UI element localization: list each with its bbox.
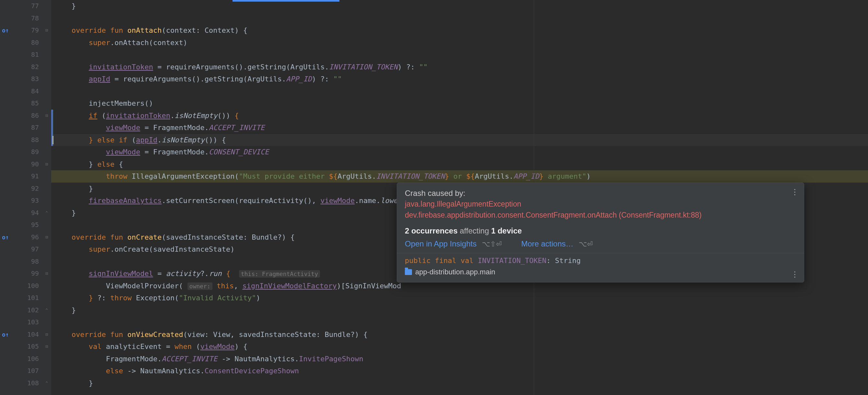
override-gutter-icon[interactable]: o↑: [2, 27, 9, 34]
line-number[interactable]: 83: [12, 73, 39, 85]
code-line[interactable]: [51, 49, 868, 61]
override-gutter-icon[interactable]: o↑: [2, 234, 9, 241]
open-app-insights-link[interactable]: Open in App Insights: [405, 239, 476, 248]
crash-stats: 2 occurrences affecting 1 device: [405, 226, 796, 235]
fold-toggle-icon[interactable]: ⊟: [45, 271, 48, 276]
code-line[interactable]: injectMembers(): [51, 97, 868, 110]
line-number[interactable]: 97: [12, 243, 39, 256]
code-line[interactable]: invitationToken = requireArguments().get…: [51, 61, 868, 73]
fold-toggle-icon[interactable]: ⊟: [45, 162, 48, 167]
code-line[interactable]: if (invitationToken.isNotEmpty()) {: [51, 110, 868, 122]
fold-toggle-icon[interactable]: ⊟: [45, 344, 48, 349]
line-number[interactable]: 87: [12, 122, 39, 134]
line-number[interactable]: 93: [12, 195, 39, 207]
fold-toggle-icon[interactable]: ⊟: [45, 113, 48, 118]
fold-gutter[interactable]: ⊟⊟⊟⌃⊟⊟⌃⊟⊟⌃: [45, 0, 51, 395]
line-number[interactable]: 108: [12, 377, 39, 390]
shortcut-hint: ⌥⏎: [579, 240, 593, 248]
line-number[interactable]: 77: [12, 0, 39, 12]
line-number[interactable]: 78: [12, 12, 39, 25]
module-location[interactable]: app-distribution.app.main: [405, 268, 796, 276]
line-number[interactable]: 90: [12, 158, 39, 171]
line-number[interactable]: 104: [12, 329, 39, 341]
code-editor[interactable]: o↑o↑o↑ 777879808182838485868788899091929…: [0, 0, 868, 395]
line-number[interactable]: 98: [12, 256, 39, 268]
line-number[interactable]: 92: [12, 182, 39, 195]
fold-toggle-icon[interactable]: ⌃: [45, 380, 48, 386]
fold-toggle-icon[interactable]: ⌃: [45, 307, 48, 313]
fold-toggle-icon[interactable]: ⊟: [45, 234, 48, 239]
line-number[interactable]: 106: [12, 353, 39, 365]
device-count: 1: [491, 226, 495, 235]
line-number[interactable]: 81: [12, 49, 39, 61]
code-line[interactable]: } else {: [51, 158, 868, 171]
line-number[interactable]: 96: [12, 231, 39, 244]
line-number[interactable]: 103: [12, 316, 39, 329]
fold-toggle-icon[interactable]: ⊟: [45, 332, 48, 337]
code-line[interactable]: viewMode = FragmentMode.CONSENT_DEVICE: [51, 146, 868, 158]
code-line[interactable]: override fun onViewCreated(view: View, s…: [51, 329, 868, 341]
code-line[interactable]: throw IllegalArgumentException("Must pro…: [51, 170, 868, 182]
line-number[interactable]: 107: [12, 365, 39, 377]
line-number[interactable]: 94: [12, 207, 39, 219]
line-number[interactable]: 99: [12, 267, 39, 280]
code-line[interactable]: override fun onAttach(context: Context) …: [51, 24, 868, 37]
kebab-menu-icon[interactable]: ⋮: [791, 188, 798, 197]
popup-title: Crash caused by:: [405, 189, 796, 198]
line-number[interactable]: 91: [12, 170, 39, 182]
line-number[interactable]: 89: [12, 146, 39, 158]
text-caret: [53, 136, 54, 144]
kebab-menu-icon[interactable]: ⋮: [791, 270, 798, 279]
occurrence-count: 2: [405, 226, 409, 235]
line-number-gutter[interactable]: 7778798081828384858687888990919293949596…: [12, 0, 45, 395]
code-line[interactable]: } ?: throw Exception("Invalid Activity"): [51, 292, 868, 304]
fold-toggle-icon[interactable]: ⌃: [45, 210, 48, 215]
exception-location: dev.firebase.appdistribution.consent.Con…: [405, 209, 796, 221]
line-number[interactable]: 105: [12, 340, 39, 353]
line-number[interactable]: 86: [12, 110, 39, 122]
vcs-change-marker[interactable]: [51, 110, 53, 122]
line-number[interactable]: 88: [12, 134, 39, 146]
code-line[interactable]: FragmentMode.ACCEPT_INVITE -> NautmAnaly…: [51, 353, 868, 365]
line-number[interactable]: 79: [12, 24, 39, 37]
code-line[interactable]: [51, 316, 868, 329]
line-number[interactable]: 100: [12, 280, 39, 292]
line-number[interactable]: 95: [12, 219, 39, 231]
code-line[interactable]: val analyticEvent = when (viewMode) {: [51, 340, 868, 353]
shortcut-hint: ⌥⇧⏎: [482, 240, 502, 248]
code-line[interactable]: else -> NautmAnalytics.ConsentDevicePage…: [51, 365, 868, 377]
code-line[interactable]: [51, 85, 868, 97]
line-number[interactable]: 101: [12, 292, 39, 304]
code-line[interactable]: super.onAttach(context): [51, 37, 868, 49]
code-line[interactable]: }: [51, 0, 868, 12]
vcs-change-marker[interactable]: [51, 122, 53, 134]
code-line[interactable]: [51, 12, 868, 25]
line-number[interactable]: 80: [12, 37, 39, 49]
code-line[interactable]: viewMode = FragmentMode.ACCEPT_INVITE: [51, 122, 868, 134]
gutter-badges: o↑o↑o↑: [0, 0, 12, 395]
line-number[interactable]: 84: [12, 85, 39, 97]
code-line[interactable]: appId = requireArguments().getString(Arg…: [51, 73, 868, 85]
exception-class: java.lang.IllegalArgumentException: [405, 198, 796, 209]
crash-insights-popup: ⋮ Crash caused by: java.lang.IllegalArgu…: [397, 182, 804, 282]
folder-icon: [405, 269, 412, 275]
line-number[interactable]: 102: [12, 304, 39, 316]
more-actions-link[interactable]: More actions…: [521, 239, 573, 248]
code-line[interactable]: }: [51, 304, 868, 316]
line-number[interactable]: 85: [12, 97, 39, 110]
line-number[interactable]: 82: [12, 61, 39, 73]
code-line[interactable]: } else if (appId.isNotEmpty()) {: [51, 134, 868, 146]
code-line[interactable]: }: [51, 377, 868, 390]
symbol-declaration: public final val INVITATION_TOKEN: Strin…: [405, 256, 796, 265]
fold-toggle-icon[interactable]: ⊟: [45, 28, 48, 33]
override-gutter-icon[interactable]: o↑: [2, 331, 9, 338]
